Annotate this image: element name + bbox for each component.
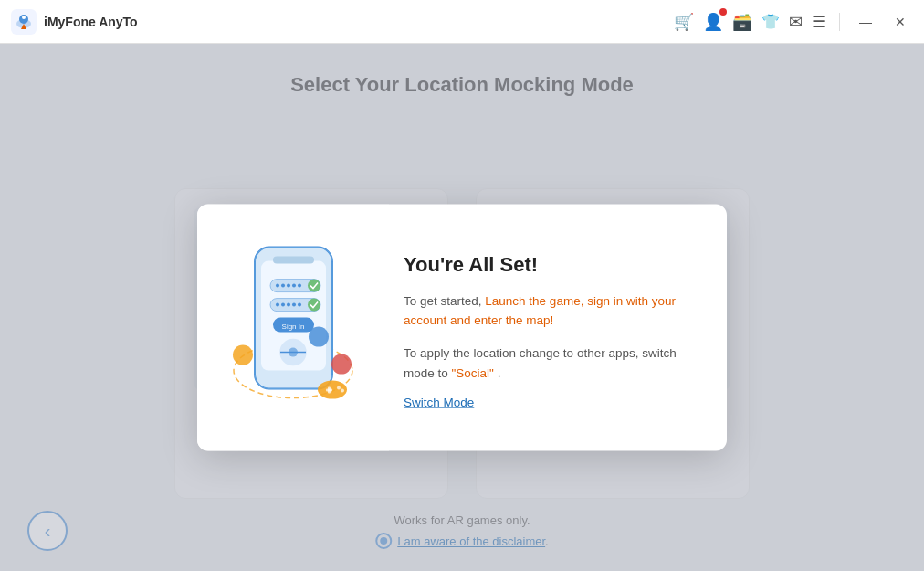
- minimize-button[interactable]: —: [853, 9, 878, 35]
- phone-illustration: Sign In: [223, 229, 364, 426]
- shirt-icon[interactable]: 👕: [761, 13, 780, 30]
- svg-point-19: [281, 303, 285, 307]
- svg-rect-9: [273, 257, 314, 264]
- svg-point-21: [292, 303, 296, 307]
- svg-point-12: [281, 284, 285, 288]
- separator: [839, 13, 840, 31]
- envelope-icon[interactable]: ✉: [789, 12, 803, 32]
- svg-point-35: [337, 386, 341, 390]
- switch-mode-link[interactable]: Switch Mode: [404, 396, 698, 409]
- cart-icon[interactable]: 🛒: [674, 12, 694, 32]
- titlebar-icons: 🛒 👤 🗃️ 👕 ✉ ☰ — ✕: [674, 9, 913, 35]
- modal-highlight-2: "Social": [452, 365, 494, 379]
- svg-point-14: [292, 284, 296, 288]
- user-icon[interactable]: 👤: [703, 12, 723, 32]
- svg-point-16: [308, 280, 320, 292]
- app-title: iMyFone AnyTo: [44, 15, 674, 29]
- svg-text:Sign In: Sign In: [281, 323, 304, 331]
- svg-point-29: [233, 345, 253, 365]
- svg-point-30: [309, 327, 329, 347]
- svg-point-31: [331, 354, 352, 375]
- notification-dot: [719, 8, 727, 16]
- svg-point-36: [341, 389, 344, 393]
- modal-title: You're All Set!: [404, 252, 698, 276]
- svg-rect-34: [326, 389, 332, 392]
- modal-content: You're All Set! To get started, Launch t…: [389, 204, 727, 450]
- title-bar: iMyFone AnyTo 🛒 👤 🗃️ 👕 ✉ ☰ — ✕: [0, 0, 924, 44]
- svg-point-15: [298, 284, 301, 288]
- modal-highlight-1: Launch the game, sign in with your accou…: [404, 293, 676, 327]
- modal-paragraph-2: To apply the location change to other ap…: [404, 344, 698, 383]
- modal-illustration: Sign In: [197, 204, 389, 450]
- modal-dialog: Sign In: [197, 204, 727, 450]
- menu-icon[interactable]: ☰: [812, 12, 826, 32]
- svg-point-22: [298, 303, 301, 307]
- app-logo: [11, 9, 37, 35]
- svg-point-23: [308, 299, 320, 312]
- svg-point-11: [276, 284, 279, 288]
- modal-paragraph-1: To get started, Launch the game, sign in…: [404, 291, 698, 330]
- svg-point-20: [287, 303, 290, 307]
- svg-point-18: [276, 303, 279, 307]
- close-button[interactable]: ✕: [887, 9, 913, 35]
- briefcase-icon[interactable]: 🗃️: [732, 12, 752, 32]
- svg-point-3: [22, 16, 26, 19]
- main-area: Select Your Location Mocking Mode Works …: [0, 44, 924, 571]
- svg-point-13: [287, 284, 290, 288]
